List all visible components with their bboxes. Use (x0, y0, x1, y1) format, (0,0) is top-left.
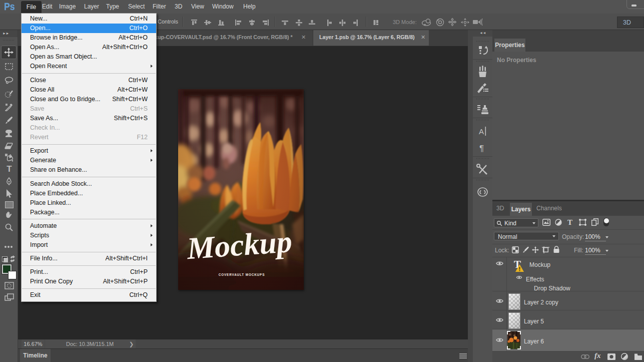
svg-text:COVERVAULT MOCKUPS: COVERVAULT MOCKUPS (219, 273, 265, 276)
svg-text:A: A (479, 127, 484, 136)
svg-text:¶: ¶ (479, 144, 484, 153)
